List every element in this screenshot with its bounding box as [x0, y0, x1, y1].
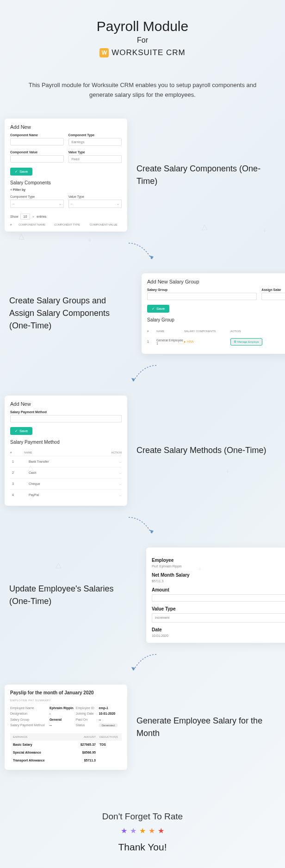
plus-icon: + [198, 565, 202, 572]
svg-marker-2 [150, 530, 154, 534]
save-button[interactable]: Save [10, 427, 32, 435]
action-menu-icon[interactable]: ... [103, 471, 122, 474]
card-employee-salary: Employee Prof. Ephraim Rippin Net Month … [146, 547, 285, 643]
card-title: Add New [10, 124, 122, 130]
footer: Don't Forget To Rate ★ ★ ★ ★ ★ Thank You… [9, 798, 276, 868]
components-list-title: Salary Components [10, 180, 122, 185]
filter-by-label: ≡ Filter by [10, 188, 122, 191]
net-salary-value: $5711.3 [152, 579, 285, 583]
component-type-label: Component Type [68, 133, 122, 137]
svg-marker-1 [131, 378, 135, 382]
triangle-icon: △ [19, 232, 23, 236]
employee-value: Prof. Ephraim Rippin [152, 565, 285, 568]
brand-icon: W [99, 48, 109, 57]
entries-select[interactable]: 10 [20, 214, 31, 220]
earnings-head: EARNINGS AMOUNT DEDUCTIONS [10, 733, 122, 741]
star-icon: ★ [121, 826, 127, 835]
filter-component-type-label: Component Type [10, 195, 64, 198]
amount-label: Amount [152, 587, 285, 592]
star-icon: ★ [149, 826, 155, 835]
methods-table-head: # NAME ACTION [10, 449, 122, 456]
action-menu-icon[interactable]: ... [103, 460, 122, 463]
plus-icon: + [226, 468, 229, 475]
triangle-icon: △ [56, 560, 60, 565]
groups-table-head: # NAME SALARY COMPONENTS ACTION [147, 327, 285, 335]
section-title-salaries: Update Employee's Salaries (One-Time) [9, 583, 137, 608]
card-salary-components: Add New Component Name Component Type Ea… [5, 119, 127, 232]
action-menu-icon[interactable]: ... [103, 482, 122, 485]
filter-value-type-label: Value Type [68, 195, 122, 198]
table-row: 1 General Employee 1 ▸ HRA Manage Employ… [147, 335, 285, 348]
gear-icon [234, 340, 236, 344]
stars: ★ ★ ★ ★ ★ [9, 826, 276, 835]
components-table-head: # COMPONENT NAME COMPONENT TYPE COMPONEN… [10, 223, 122, 226]
card-payment-methods: Add New Salary Payment Method Save Salar… [5, 396, 127, 506]
filter-component-type-select[interactable]: --⌄ [10, 200, 64, 208]
section-payslip: Payslip for the month of January 2020 EM… [9, 685, 276, 770]
thanks-text: Thank You! [9, 842, 276, 853]
table-row: 1Bank Transfer... [10, 456, 122, 467]
payslip-sub: EMPLOYEE PAY SUMMARY [10, 699, 122, 702]
value-type-select[interactable]: Fixed [68, 155, 122, 163]
triangle-icon: △ [28, 463, 32, 468]
hero: Payroll Module For W WORKSUITE CRM [9, 14, 276, 71]
card-title: Add New Salary Group [147, 279, 285, 284]
assign-salary-label: Assign Salar [261, 288, 285, 291]
component-name-label: Component Name [10, 133, 64, 137]
table-row: Transport Allowance$5711.3 [10, 756, 122, 764]
star-icon: ★ [158, 826, 164, 835]
assign-salary-input[interactable] [261, 293, 285, 300]
check-icon [152, 307, 155, 311]
date-label: Date [152, 627, 285, 632]
entries-row: Show 10 ⌄ entries [10, 214, 122, 220]
card-title: Add New [10, 401, 122, 407]
section-title-payslip: Generate Employee Salary for the Month [136, 715, 276, 740]
svg-marker-3 [131, 667, 135, 671]
section-components: Add New Component Name Component Type Ea… [9, 119, 276, 232]
description: This Payroll module for Worksuite CRM en… [28, 81, 257, 100]
methods-list-title: Salary Payment Method [10, 440, 122, 445]
filter-value-type-select[interactable]: --⌄ [68, 200, 122, 208]
section-title-components: Create Salary Components (One-Time) [136, 163, 276, 188]
table-row: Special Allowance$8566.95 [10, 748, 122, 756]
value-type-select[interactable]: Increment⌄ [152, 613, 285, 623]
salary-group-label: Salary Group [147, 288, 257, 291]
page-title: Payroll Module [9, 19, 276, 34]
net-salary-label: Net Month Salary [152, 572, 285, 578]
save-button[interactable]: Save [147, 305, 169, 313]
component-value-input[interactable] [10, 155, 64, 163]
component-name-input[interactable] [10, 138, 64, 145]
section-title-methods: Create Salary Methods (One-Time) [136, 444, 276, 457]
date-value: 10-01-2020 [152, 634, 285, 637]
employee-label: Employee [152, 558, 285, 563]
table-row: 4PayPal... [10, 489, 122, 500]
table-row: 2Cash... [10, 467, 122, 478]
card-payslip: Payslip for the month of January 2020 EM… [5, 685, 127, 770]
hero-for: For [9, 36, 276, 44]
star-icon: ★ [139, 826, 146, 835]
save-button[interactable]: Save [10, 168, 32, 176]
method-input[interactable] [10, 415, 122, 422]
value-type-label: Value Type [68, 151, 122, 154]
section-title-groups: Create Salary Groups and Assign Salary C… [9, 295, 132, 332]
payslip-title: Payslip for the month of January 2020 [10, 690, 122, 695]
section-groups: Create Salary Groups and Assign Salary C… [9, 273, 276, 354]
groups-list-title: Salary Group [147, 317, 285, 322]
brand: W WORKSUITE CRM [99, 48, 185, 57]
rate-text: Don't Forget To Rate [9, 811, 276, 822]
component-value-label: Component Value [10, 151, 64, 154]
svg-marker-0 [150, 256, 154, 259]
card-salary-groups: Add New Salary Group Salary Group Assign… [142, 273, 285, 354]
salary-group-input[interactable] [147, 293, 257, 300]
manage-employees-button[interactable]: Manage Employe [230, 338, 262, 346]
method-label: Salary Payment Method [10, 410, 122, 414]
table-row: Basic Salary$27985.37TDS [10, 741, 122, 748]
plus-icon: + [263, 227, 266, 234]
action-menu-icon[interactable]: ... [103, 493, 122, 497]
check-icon [15, 170, 18, 174]
amount-input[interactable] [152, 594, 285, 602]
check-icon [15, 429, 18, 433]
component-type-select[interactable]: Earnings [68, 138, 122, 146]
triangle-icon: △ [202, 222, 206, 227]
star-icon: ★ [130, 826, 136, 835]
